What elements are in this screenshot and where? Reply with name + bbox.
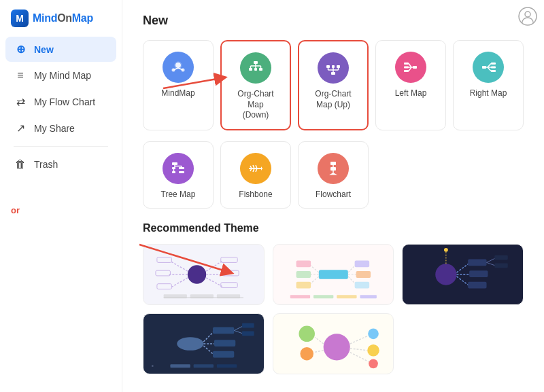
trash-icon: 🗑 (14, 158, 27, 171)
flowchart-label: Flowchart (316, 190, 351, 200)
map-card-fishbone[interactable]: Fishbone (220, 141, 291, 209)
svg-rect-119 (214, 340, 235, 347)
empty-cell-1 (375, 141, 446, 209)
right-map-icon (473, 52, 504, 83)
svg-rect-84 (217, 295, 240, 299)
svg-line-139 (350, 349, 367, 351)
sidebar-item-my-mind-map-label: My Mind Map (34, 70, 91, 81)
svg-rect-99 (313, 296, 333, 299)
sidebar-item-my-share[interactable]: ↗ My Share (5, 115, 116, 141)
svg-line-45 (488, 67, 491, 71)
svg-rect-46 (172, 162, 177, 165)
svg-rect-14 (254, 68, 257, 71)
svg-rect-121 (213, 351, 234, 358)
svg-rect-49 (179, 167, 184, 169)
svg-point-134 (367, 344, 379, 357)
svg-line-103 (457, 264, 470, 273)
svg-point-113 (444, 248, 448, 252)
svg-text:≡: ≡ (152, 365, 154, 368)
map-icon: ≡ (14, 69, 27, 82)
svg-rect-24 (337, 65, 340, 68)
map-card-org-chart-down[interactable]: Org-Chart Map(Down) (220, 40, 291, 130)
svg-rect-31 (404, 63, 409, 65)
map-card-right-map[interactable]: Right Map (453, 40, 524, 130)
svg-rect-93 (354, 261, 369, 268)
svg-line-109 (487, 258, 496, 263)
theme-card-5[interactable] (273, 313, 394, 374)
theme-card-4[interactable]: ≡ (143, 313, 265, 374)
theme-card-3[interactable] (402, 244, 524, 305)
tree-map-icon (163, 153, 194, 184)
flowchart-icon: ⇄ (14, 95, 27, 108)
svg-point-131 (299, 326, 314, 342)
svg-line-122 (234, 326, 243, 331)
svg-rect-106 (469, 271, 488, 278)
svg-line-107 (457, 277, 470, 286)
map-card-tree-map[interactable]: Tree Map (143, 141, 214, 209)
sidebar-item-my-flow-chart-label: My Flow Chart (34, 96, 95, 107)
svg-rect-32 (404, 67, 409, 69)
theme-2-preview (273, 245, 394, 304)
svg-line-111 (487, 263, 496, 266)
svg-rect-39 (491, 63, 496, 65)
svg-line-140 (350, 353, 368, 362)
svg-line-73 (170, 278, 187, 288)
svg-point-102 (436, 264, 457, 285)
svg-rect-85 (318, 270, 347, 280)
svg-line-90 (309, 277, 319, 285)
user-avatar[interactable] (518, 7, 537, 29)
svg-rect-83 (190, 295, 214, 299)
sidebar-item-trash[interactable]: 🗑 Trash (5, 152, 116, 177)
svg-line-69 (170, 262, 187, 272)
svg-rect-100 (337, 296, 356, 299)
svg-point-135 (369, 359, 378, 369)
svg-point-68 (188, 266, 206, 284)
svg-rect-126 (170, 365, 190, 368)
svg-rect-80 (221, 283, 237, 288)
svg-line-35 (409, 64, 411, 68)
nav-divider (14, 146, 108, 147)
svg-rect-38 (482, 66, 486, 69)
svg-rect-76 (221, 257, 237, 263)
svg-rect-128 (217, 365, 237, 368)
map-card-org-chart-up[interactable]: Org-Chart Map (Up) (298, 40, 369, 130)
svg-rect-112 (495, 264, 509, 268)
theme-5-preview (273, 314, 394, 374)
svg-rect-30 (413, 66, 417, 69)
main-content: New MindMap (122, 0, 544, 388)
svg-rect-15 (259, 68, 262, 71)
theme-3-preview (403, 245, 523, 304)
theme-4-preview: ≡ (143, 314, 264, 374)
theme-card-1[interactable] (143, 244, 265, 305)
mindmap-label: MindMap (161, 88, 194, 99)
svg-rect-127 (194, 365, 214, 368)
sidebar-item-my-share-label: My Share (34, 123, 75, 134)
svg-rect-47 (172, 167, 175, 169)
map-card-mindmap[interactable]: MindMap (143, 40, 214, 130)
svg-rect-72 (156, 271, 171, 277)
map-card-flowchart[interactable]: Flowchart (298, 141, 369, 209)
sidebar-nav: ⊕ New ≡ My Mind Map ⇄ My Flow Chart ↗ My… (0, 34, 122, 179)
map-card-left-map[interactable]: Left Map (375, 40, 446, 130)
svg-rect-101 (360, 296, 376, 299)
svg-marker-65 (329, 173, 337, 175)
svg-line-116 (203, 332, 214, 342)
svg-line-75 (206, 262, 222, 272)
svg-line-138 (350, 336, 367, 344)
logo-text: MindOnMap (33, 12, 93, 24)
svg-rect-50 (179, 171, 184, 173)
svg-line-124 (234, 331, 243, 334)
svg-rect-40 (491, 67, 496, 69)
svg-rect-48 (172, 171, 175, 173)
fishbone-icon (240, 153, 271, 184)
svg-point-5 (525, 12, 530, 17)
svg-rect-97 (354, 282, 369, 289)
logo: M MindOnMap (0, 0, 122, 34)
sidebar-item-new[interactable]: ⊕ New (5, 37, 116, 62)
left-map-label: Left Map (395, 88, 427, 99)
sidebar-item-my-flow-chart[interactable]: ⇄ My Flow Chart (5, 89, 116, 114)
sidebar-item-my-mind-map[interactable]: ≡ My Mind Map (5, 63, 116, 88)
org-chart-up-icon (318, 52, 349, 84)
theme-card-2[interactable] (273, 244, 394, 305)
svg-rect-23 (332, 65, 335, 68)
